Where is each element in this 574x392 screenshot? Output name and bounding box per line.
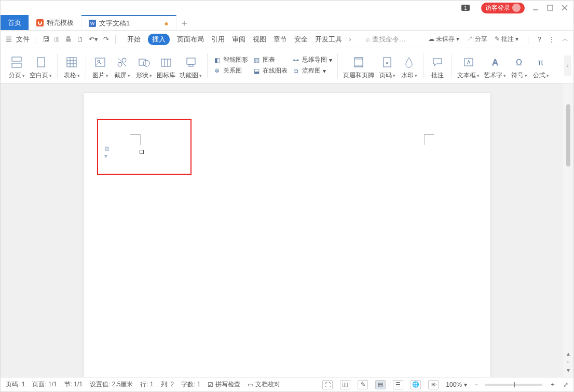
fit-window-icon[interactable]: ⤢ — [563, 381, 568, 388]
tab-document[interactable]: W 文字文稿1 ● — [81, 15, 176, 30]
page-break-icon — [10, 55, 23, 69]
svg-rect-6 — [37, 58, 45, 67]
menu-overflow-icon[interactable]: › — [349, 36, 351, 43]
svg-text:Ω: Ω — [516, 58, 522, 67]
word-art-icon: A — [488, 55, 502, 69]
header-footer-button[interactable]: 页眉和页脚 — [343, 51, 374, 80]
table-button[interactable]: 表格 — [63, 51, 80, 80]
status-section[interactable]: 节: 1/1 — [64, 380, 83, 389]
help-icon[interactable]: ? — [538, 36, 541, 43]
annotate-button[interactable]: ✎ 批注 ▾ — [495, 35, 519, 44]
scroll-down-icon[interactable]: ▾ — [567, 367, 570, 374]
mindmap-icon: ⊶ — [292, 56, 300, 64]
text-box-button[interactable]: A 文本框 — [457, 51, 480, 80]
web-view-icon[interactable]: 🌐 — [411, 380, 421, 389]
scrollbar-thumb[interactable] — [566, 104, 570, 166]
menu-review[interactable]: 审阅 — [232, 35, 245, 44]
tab-templates[interactable]: 稻壳模板 — [29, 15, 81, 30]
page-number-icon: # — [380, 55, 394, 69]
minimize-icon[interactable] — [532, 4, 539, 11]
zoom-out-icon[interactable]: − — [474, 381, 478, 388]
status-indent[interactable]: 设置值: 2.5厘米 — [90, 380, 133, 389]
file-menu[interactable]: 文件 — [16, 35, 30, 44]
relation-chart-button[interactable]: ✲关系图 — [213, 66, 248, 75]
status-page-number[interactable]: 页码: 1 — [6, 380, 25, 389]
status-page[interactable]: 页面: 1/1 — [32, 380, 57, 389]
status-char-count[interactable]: 字数: 1 — [181, 380, 200, 389]
menu-view[interactable]: 视图 — [253, 35, 266, 44]
new-tab-button[interactable]: ＋ — [176, 15, 192, 30]
more-icon[interactable]: ⋮ — [549, 36, 555, 43]
paragraph-handle-icon[interactable]: 🗎▾ — [104, 149, 113, 156]
zoom-in-icon[interactable]: ＋ — [550, 380, 556, 389]
fullscreen-icon[interactable]: ⛶ — [322, 380, 333, 389]
mindmap-button[interactable]: ⊶思维导图 ▾ — [292, 55, 332, 64]
symbol-button[interactable]: Ω 符号 — [510, 51, 528, 80]
vertical-scrollbar[interactable]: ▴ ◦ ▾ — [563, 83, 573, 377]
unsaved-button[interactable]: ☁ 未保存 ▾ — [428, 35, 460, 44]
status-col[interactable]: 列: 2 — [161, 380, 174, 389]
menu-bar: ☰ 文件 🖫 🖫̤ 🖶 🗋 ↶▾ ↷ 开始 插入 页面布局 引用 审阅 视图 章… — [1, 31, 573, 48]
online-chart-button[interactable]: ⬓在线图表 — [252, 66, 288, 75]
features-button[interactable]: 功能图 — [180, 51, 202, 80]
smart-graphic-button[interactable]: ◧智能图形 — [213, 55, 248, 64]
equation-button[interactable]: π 公式 — [532, 51, 550, 80]
edit-mode-icon[interactable]: ✎ — [358, 380, 368, 389]
maximize-icon[interactable] — [546, 4, 554, 11]
document-page[interactable]: 🗎▾ — [84, 93, 490, 377]
print-icon[interactable]: 🖶 — [65, 35, 72, 43]
page-break-button[interactable]: 分页 — [8, 51, 25, 80]
icon-library-button[interactable]: 图标库 — [157, 51, 175, 80]
menu-references[interactable]: 引用 — [211, 35, 225, 44]
menu-dev-tools[interactable]: 开发工具 — [315, 35, 342, 44]
readmode-icon[interactable]: ▯▯ — [340, 380, 350, 389]
menu-insert[interactable]: 插入 — [148, 34, 170, 45]
picture-button[interactable]: 图片 — [91, 51, 109, 80]
redo-icon[interactable]: ↷ — [103, 35, 109, 43]
screenshot-button[interactable]: 截屏 — [113, 51, 131, 80]
svg-point-14 — [118, 62, 122, 66]
save-as-icon[interactable]: 🖫̤ — [54, 35, 60, 43]
page-view-icon[interactable]: ▤ — [375, 380, 386, 389]
svg-point-13 — [98, 60, 100, 62]
menu-section[interactable]: 章节 — [274, 35, 287, 44]
svg-rect-19 — [161, 59, 171, 66]
word-art-button[interactable]: A 艺术字 — [484, 51, 506, 80]
share-button[interactable]: ↗ 分享 — [467, 35, 487, 44]
ribbon-side-collapse-icon[interactable]: › — [564, 55, 571, 76]
proofread-button[interactable]: ▭ 文档校对 — [248, 380, 280, 389]
menu-security[interactable]: 安全 — [294, 35, 308, 44]
shape-button[interactable]: 形状 — [135, 51, 153, 80]
window-titlebar: 1 访客登录 — [1, 1, 573, 15]
zoom-value[interactable]: 100% ▾ — [446, 381, 467, 388]
hamburger-icon[interactable]: ☰ — [6, 35, 12, 43]
comment-button[interactable]: 批注 — [429, 51, 446, 80]
chart-button[interactable]: ▥图表 — [252, 55, 288, 64]
watermark-button[interactable]: 水印 — [400, 51, 418, 80]
svg-rect-7 — [67, 58, 76, 67]
command-search[interactable]: ⌕ 查找命令… — [366, 35, 406, 44]
undo-icon[interactable]: ↶▾ — [89, 35, 98, 43]
document-canvas[interactable]: 🗎▾ — [1, 83, 573, 377]
page-number-button[interactable]: # 页码 — [378, 51, 396, 80]
status-row[interactable]: 行: 1 — [140, 380, 153, 389]
save-icon[interactable]: 🖫 — [43, 35, 49, 43]
ribbon-tabs: 开始 插入 页面布局 引用 审阅 视图 章节 安全 开发工具 › — [127, 34, 351, 45]
close-icon[interactable] — [561, 4, 568, 11]
flowchart-button[interactable]: ⧉流程图 ▾ — [292, 66, 332, 75]
menu-page-layout[interactable]: 页面布局 — [177, 35, 204, 44]
scroll-up-icon[interactable]: ▴ — [567, 350, 570, 357]
collapse-ribbon-icon[interactable]: ︿ — [562, 35, 568, 44]
margin-corner-icon — [424, 134, 434, 145]
scroll-section-icon[interactable]: ◦ — [567, 358, 570, 366]
tab-home[interactable]: 首页 — [1, 15, 29, 30]
menu-start[interactable]: 开始 — [127, 35, 141, 44]
outline-view-icon[interactable]: ☰ — [393, 380, 403, 389]
zoom-slider[interactable] — [485, 384, 542, 386]
eye-protect-icon[interactable]: 👁 — [428, 380, 439, 389]
spell-check-button[interactable]: ☑ 拼写检查 — [208, 380, 240, 389]
print-preview-icon[interactable]: 🗋 — [77, 35, 84, 43]
blank-page-button[interactable]: 空白页 — [30, 51, 52, 80]
notification-badge[interactable]: 1 — [461, 5, 470, 11]
login-button[interactable]: 访客登录 — [481, 3, 525, 13]
